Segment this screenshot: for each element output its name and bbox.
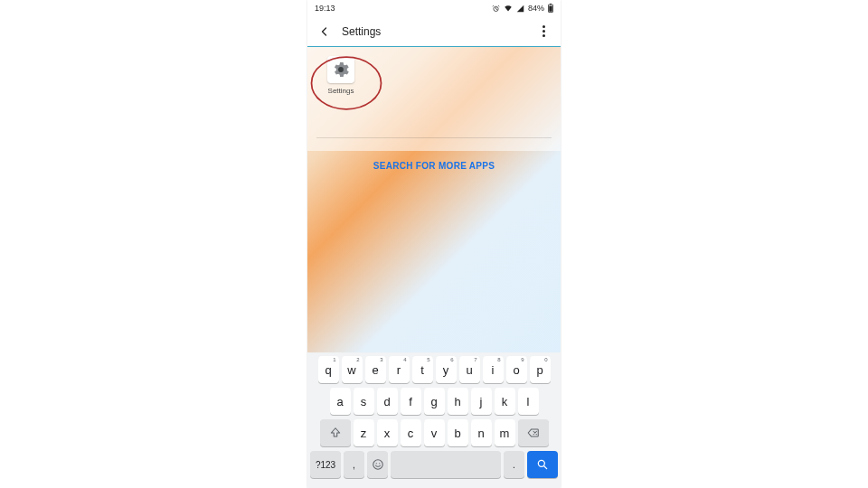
search-title[interactable]: Settings [342,25,535,38]
key-s[interactable]: s [354,388,374,415]
chevron-left-icon [319,26,330,37]
app-bar: Settings [307,16,561,47]
key-r[interactable]: r4 [389,356,410,383]
key-a[interactable]: a [330,388,351,415]
search-icon [536,458,549,471]
key-space[interactable] [391,451,501,478]
key-symbols[interactable]: ?123 [310,451,341,478]
back-button[interactable] [316,26,333,37]
status-time: 19:13 [315,4,335,13]
phone-frame: 19:13 84% Settings Settings [307,0,561,488]
battery-percent: 84% [528,4,544,13]
key-w[interactable]: w2 [342,356,363,383]
keyboard-row-4: ?123 , . [310,451,558,478]
svg-point-4 [338,67,344,72]
key-e[interactable]: e3 [365,356,386,383]
signal-icon [516,5,524,13]
key-y[interactable]: y6 [436,356,457,383]
key-g[interactable]: g [424,388,445,415]
search-more-apps-button[interactable]: SEARCH FOR MORE APPS [307,161,561,171]
key-p[interactable]: p0 [530,356,551,383]
key-z[interactable]: z [354,419,374,446]
key-t[interactable]: t5 [412,356,433,383]
more-button[interactable] [535,25,552,37]
alarm-icon [492,5,500,13]
svg-rect-3 [549,6,552,12]
key-shift[interactable] [320,419,351,446]
key-period[interactable]: . [504,451,524,478]
shift-icon [329,427,342,439]
status-bar: 19:13 84% [307,0,561,16]
key-i[interactable]: i8 [483,356,504,383]
key-backspace[interactable] [518,419,549,446]
emoji-icon [372,458,384,471]
svg-point-7 [375,463,376,464]
key-c[interactable]: c [401,419,421,446]
divider [316,137,552,138]
status-right: 84% [492,4,553,13]
wifi-icon [504,5,513,13]
app-result-settings[interactable]: Settings [315,56,367,95]
key-n[interactable]: n [471,419,492,446]
key-x[interactable]: x [377,419,398,446]
key-j[interactable]: j [471,388,492,415]
keyboard-row-3: zxcvbnm [310,419,558,446]
key-l[interactable]: l [518,388,539,415]
key-u[interactable]: u7 [459,356,480,383]
key-emoji[interactable] [367,451,388,478]
keyboard: q1w2e3r4t5y6u7i8o9p0 asdfghjkl zxcvbnm ?… [307,352,561,488]
results-area: Settings SEARCH FOR MORE APPS [307,47,561,61]
svg-point-8 [379,463,380,464]
key-v[interactable]: v [424,419,445,446]
key-m[interactable]: m [495,419,515,446]
svg-point-6 [373,460,382,470]
key-k[interactable]: k [495,388,515,415]
key-h[interactable]: h [448,388,468,415]
app-result-label: Settings [328,87,354,95]
keyboard-row-2: asdfghjkl [310,388,558,415]
key-o[interactable]: o9 [506,356,527,383]
svg-point-9 [538,460,544,466]
key-q[interactable]: q1 [318,356,339,383]
key-b[interactable]: b [448,419,468,446]
keyboard-row-1: q1w2e3r4t5y6u7i8o9p0 [310,356,558,383]
key-search[interactable] [527,451,558,478]
key-d[interactable]: d [377,388,398,415]
svg-rect-2 [550,4,552,5]
battery-icon [548,4,553,13]
key-f[interactable]: f [401,388,421,415]
gear-icon [327,56,354,83]
key-comma[interactable]: , [344,451,364,478]
backspace-icon [526,427,541,439]
